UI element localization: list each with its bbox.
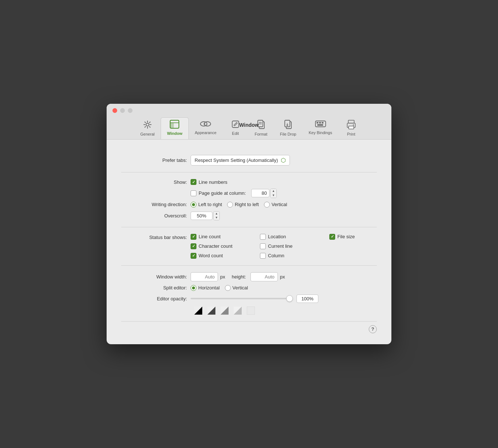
- window-height-input[interactable]: [250, 272, 278, 281]
- horizontal-radio-wrap[interactable]: Horizontal: [191, 285, 220, 291]
- opacity-value-input[interactable]: [296, 295, 318, 303]
- tab-appearance[interactable]: Appearance: [189, 117, 223, 139]
- column-checkbox[interactable]: [260, 253, 266, 259]
- tab-keybindings-label: Key Bindings: [309, 130, 332, 135]
- current-line-label: Current line: [268, 243, 292, 249]
- minimize-button[interactable]: [120, 108, 125, 113]
- horizontal-radio[interactable]: [191, 285, 196, 291]
- svg-rect-12: [315, 121, 326, 127]
- file-size-label: File size: [337, 234, 355, 239]
- status-bar-row: Status bar shows: Line count Location Fi…: [121, 234, 377, 259]
- swatch-4[interactable]: [234, 307, 242, 315]
- tab-print[interactable]: Print: [338, 117, 364, 139]
- page-guide-label: Page guide at column:: [199, 190, 246, 196]
- line-count-checkbox[interactable]: [191, 234, 196, 240]
- word-count-checkbox[interactable]: [191, 253, 196, 259]
- location-wrap[interactable]: Location: [260, 234, 329, 240]
- column-stepper[interactable]: ▲ ▼: [270, 189, 277, 198]
- split-vertical-label: Vertical: [233, 285, 248, 291]
- svg-rect-16: [317, 124, 323, 126]
- opacity-swatches: [194, 307, 255, 315]
- tab-keybindings[interactable]: Key Bindings: [302, 117, 338, 139]
- split-vertical-radio-wrap[interactable]: Vertical: [225, 285, 248, 291]
- file-size-wrap[interactable]: File size: [329, 234, 388, 240]
- char-count-wrap[interactable]: Character count: [191, 243, 260, 249]
- show-label: Show:: [121, 179, 187, 185]
- swatch-3[interactable]: [221, 307, 229, 315]
- tab-window[interactable]: Window: [161, 117, 188, 139]
- window-width-input[interactable]: [191, 272, 218, 281]
- svg-rect-14: [319, 122, 321, 124]
- opacity-slider[interactable]: [191, 298, 293, 299]
- vertical-radio-wrap[interactable]: Vertical: [264, 202, 287, 208]
- tab-format[interactable]: Format: [248, 117, 274, 139]
- tab-general[interactable]: General: [134, 117, 161, 139]
- overscroll-stepper-up[interactable]: ▲: [214, 212, 219, 216]
- svg-rect-15: [322, 122, 323, 124]
- split-editor-label: Split editor:: [121, 285, 187, 291]
- ltr-radio[interactable]: [191, 202, 196, 208]
- prefer-tabs-row: Prefer tabs: Respect System Setting (Aut…: [121, 155, 377, 166]
- file-size-checkbox[interactable]: [329, 234, 335, 240]
- column-wrap[interactable]: Column: [260, 253, 329, 259]
- column-input-group: ▲ ▼: [251, 189, 277, 198]
- swatch-2[interactable]: [207, 307, 215, 315]
- tab-window-label: Window: [167, 131, 182, 136]
- line-numbers-checkbox-wrap[interactable]: Line numbers: [191, 179, 249, 185]
- line-count-wrap[interactable]: Line count: [191, 234, 260, 240]
- px-label-1: px: [220, 274, 225, 280]
- split-vertical-radio[interactable]: [225, 285, 231, 291]
- rtl-radio[interactable]: [227, 202, 233, 208]
- column-input[interactable]: [251, 189, 269, 197]
- tab-edit[interactable]: Edit: [223, 117, 248, 139]
- overscroll-input-group: ▲ ▼: [191, 211, 220, 220]
- char-count-label: Character count: [199, 243, 233, 249]
- page-guide-checkbox[interactable]: [191, 190, 196, 196]
- bottom-help-area: ?: [121, 322, 377, 333]
- column-stepper-down[interactable]: ▼: [271, 193, 276, 198]
- writing-direction-label: Writing direction:: [121, 202, 187, 207]
- svg-rect-7: [232, 121, 239, 128]
- swatch-1[interactable]: [194, 307, 202, 315]
- tab-format-label: Format: [254, 132, 267, 136]
- prefer-tabs-dropdown[interactable]: Respect System Setting (Automatically) ⬡: [191, 155, 290, 166]
- window-icon: [170, 120, 179, 130]
- close-button[interactable]: [112, 108, 117, 113]
- char-count-checkbox[interactable]: [191, 243, 196, 249]
- overscroll-input[interactable]: [191, 212, 212, 220]
- current-line-wrap[interactable]: Current line: [260, 243, 329, 249]
- page-guide-row: Page guide at column: ▲ ▼: [121, 189, 377, 198]
- svg-rect-17: [348, 120, 354, 123]
- window-controls: [112, 108, 133, 113]
- column-stepper-up[interactable]: ▲: [271, 189, 276, 193]
- titlebar: Window General: [107, 104, 391, 140]
- svg-rect-3: [170, 123, 174, 128]
- svg-point-20: [353, 125, 354, 126]
- line-numbers-checkbox[interactable]: [191, 179, 196, 185]
- opacity-row: Editor opacity:: [121, 295, 377, 303]
- maximize-button[interactable]: [128, 108, 133, 113]
- keybindings-icon: [315, 120, 326, 129]
- current-line-checkbox[interactable]: [260, 243, 266, 249]
- rtl-radio-wrap[interactable]: Right to left: [227, 202, 259, 208]
- window-settings-section: Window width: px height: px Split editor…: [121, 266, 377, 322]
- tab-filedrop[interactable]: File Drop: [274, 117, 303, 139]
- vertical-radio[interactable]: [264, 202, 270, 208]
- opacity-label: Editor opacity:: [121, 296, 187, 301]
- status-bar-label: Status bar shows:: [121, 234, 187, 240]
- ltr-label: Left to right: [198, 202, 222, 207]
- word-count-wrap[interactable]: Word count: [191, 253, 260, 259]
- page-guide-checkbox-wrap[interactable]: Page guide at column:: [191, 190, 249, 196]
- tab-edit-label: Edit: [232, 131, 239, 136]
- prefer-tabs-section: Prefer tabs: Respect System Setting (Aut…: [121, 148, 377, 172]
- help-button[interactable]: ?: [369, 325, 377, 333]
- overscroll-stepper-down[interactable]: ▼: [214, 216, 219, 220]
- window-size-row: Window width: px height: px: [121, 272, 377, 281]
- toolbar: General Window: [130, 117, 367, 139]
- ltr-radio-wrap[interactable]: Left to right: [191, 202, 222, 208]
- swatch-5[interactable]: [247, 307, 255, 315]
- location-label: Location: [268, 234, 286, 239]
- overscroll-stepper[interactable]: ▲ ▼: [213, 211, 220, 220]
- general-icon: [143, 120, 152, 131]
- location-checkbox[interactable]: [260, 234, 266, 240]
